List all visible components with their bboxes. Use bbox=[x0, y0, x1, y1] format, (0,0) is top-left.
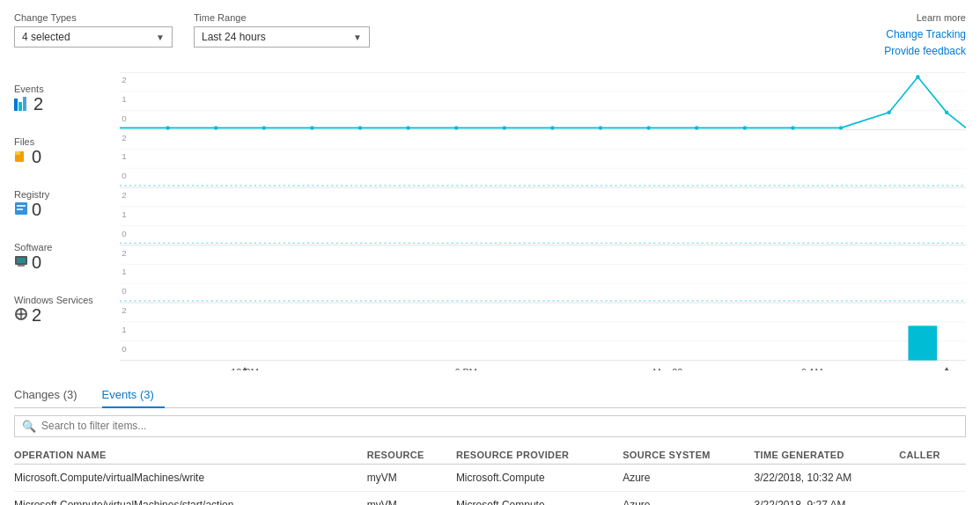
svg-point-24 bbox=[166, 127, 169, 130]
tab-events[interactable]: Events (3) bbox=[102, 383, 165, 408]
learn-more-group: Learn more Change Tracking Provide feedb… bbox=[884, 12, 966, 60]
svg-point-29 bbox=[406, 127, 409, 130]
svg-text:1: 1 bbox=[122, 267, 126, 277]
svg-point-35 bbox=[695, 127, 698, 130]
learn-more-label: Learn more bbox=[884, 12, 966, 23]
metric-registry: Registry 0 bbox=[14, 178, 120, 231]
change-types-arrow: ▼ bbox=[156, 33, 165, 42]
cell-time-1: 3/22/2018, 9:27 AM bbox=[754, 491, 899, 505]
svg-point-28 bbox=[358, 127, 362, 130]
svg-point-36 bbox=[743, 127, 747, 130]
svg-text:1: 1 bbox=[122, 209, 126, 219]
svg-point-12 bbox=[19, 312, 23, 316]
svg-point-33 bbox=[599, 127, 602, 130]
svg-rect-1 bbox=[18, 102, 22, 111]
metric-files: Files 0 bbox=[14, 125, 120, 178]
svg-text:Mar 22: Mar 22 bbox=[652, 367, 682, 370]
metric-value-registry: 0 bbox=[32, 200, 41, 220]
svg-rect-4 bbox=[15, 151, 20, 155]
change-types-value: 4 selected bbox=[22, 31, 70, 43]
search-input[interactable] bbox=[41, 420, 958, 432]
svg-point-40 bbox=[916, 76, 919, 79]
tab-changes[interactable]: Changes (3) bbox=[14, 383, 88, 408]
svg-text:1: 1 bbox=[122, 152, 126, 162]
svg-point-38 bbox=[839, 127, 843, 130]
metric-icon-events bbox=[14, 95, 30, 113]
svg-rect-9 bbox=[18, 265, 25, 267]
metric-value-software: 0 bbox=[32, 252, 41, 273]
metric-label-registry: Registry bbox=[14, 189, 120, 200]
time-range-value: Last 24 hours bbox=[202, 31, 266, 43]
metric-windows_services: Windows Services 2 bbox=[14, 283, 120, 336]
cell-source-1: Azure bbox=[623, 491, 754, 505]
svg-point-30 bbox=[454, 127, 458, 130]
change-tracking-link[interactable]: Change Tracking bbox=[884, 26, 966, 43]
table-row[interactable]: Microsoft.Compute/virtualMachines/start/… bbox=[14, 491, 966, 505]
metric-value-files: 0 bbox=[32, 147, 41, 167]
svg-point-34 bbox=[646, 127, 650, 130]
time-range-arrow: ▼ bbox=[353, 33, 362, 42]
charts-svg: 2 1 0 bbox=[120, 72, 966, 370]
cell-provider-0: Microsoft.Compute bbox=[456, 464, 623, 491]
metric-icon-software bbox=[14, 254, 28, 271]
metric-icon-files bbox=[14, 149, 28, 165]
metric-events: Events 2 bbox=[14, 72, 120, 125]
svg-text:0: 0 bbox=[122, 287, 127, 296]
metric-value-events: 2 bbox=[33, 94, 43, 114]
col-header-provider: RESOURCE PROVIDER bbox=[456, 446, 623, 465]
metric-icon-windows_services bbox=[14, 307, 28, 324]
col-header-operation: OPERATION NAME bbox=[14, 446, 367, 465]
svg-text:0: 0 bbox=[122, 172, 127, 181]
svg-text:1: 1 bbox=[122, 94, 126, 104]
metric-label-events: Events bbox=[14, 84, 120, 94]
svg-text:6 AM: 6 AM bbox=[801, 367, 823, 370]
svg-text:0: 0 bbox=[122, 229, 127, 238]
svg-point-27 bbox=[310, 127, 313, 130]
col-header-time: TIME GENERATED bbox=[754, 446, 899, 465]
svg-point-32 bbox=[550, 127, 554, 130]
cell-resource-0: myVM bbox=[367, 464, 456, 491]
metric-label-software: Software bbox=[14, 242, 120, 252]
col-header-resource: RESOURCE bbox=[367, 446, 456, 465]
svg-text:6 PM: 6 PM bbox=[454, 367, 476, 370]
table-row[interactable]: Microsoft.Compute/virtualMachines/writem… bbox=[14, 464, 966, 491]
svg-rect-10 bbox=[17, 258, 26, 263]
time-range-dropdown[interactable]: Last 24 hours ▼ bbox=[194, 26, 370, 48]
cell-caller-1 bbox=[899, 491, 966, 505]
svg-text:2: 2 bbox=[122, 305, 126, 315]
cell-operation-1: Microsoft.Compute/virtualMachines/start/… bbox=[14, 491, 367, 505]
cell-resource-1: myVM bbox=[367, 491, 456, 505]
svg-text:0: 0 bbox=[122, 113, 127, 123]
tabs-row: Changes (3)Events (3) bbox=[14, 382, 966, 408]
change-types-dropdown[interactable]: 4 selected ▼ bbox=[14, 26, 173, 48]
change-types-label: Change Types bbox=[14, 12, 173, 23]
col-header-source: SOURCE SYSTEM bbox=[623, 446, 754, 465]
metric-label-windows_services: Windows Services bbox=[14, 295, 120, 305]
metric-value-windows_services: 2 bbox=[32, 305, 41, 326]
svg-point-41 bbox=[945, 111, 948, 114]
metric-label-files: Files bbox=[14, 136, 120, 147]
svg-rect-6 bbox=[17, 205, 26, 207]
svg-text:2: 2 bbox=[122, 248, 126, 258]
svg-marker-75 bbox=[939, 368, 954, 370]
feedback-link[interactable]: Provide feedback bbox=[884, 43, 966, 60]
search-bar: 🔍 bbox=[14, 415, 966, 437]
cell-operation-0: Microsoft.Compute/virtualMachines/write bbox=[14, 464, 367, 491]
svg-rect-0 bbox=[14, 99, 18, 111]
cell-source-0: Azure bbox=[623, 464, 754, 491]
change-types-group: Change Types 4 selected ▼ bbox=[14, 12, 173, 48]
main-container: Change Types 4 selected ▼ Time Range Las… bbox=[0, 0, 980, 505]
cell-caller-0 bbox=[899, 464, 966, 491]
svg-rect-2 bbox=[23, 97, 26, 111]
svg-text:2: 2 bbox=[122, 75, 126, 84]
svg-point-26 bbox=[262, 127, 266, 130]
svg-point-25 bbox=[214, 127, 217, 130]
svg-rect-69 bbox=[908, 326, 937, 361]
svg-point-39 bbox=[887, 111, 890, 114]
svg-point-31 bbox=[503, 127, 506, 130]
col-header-caller: CALLER bbox=[899, 446, 966, 465]
data-table: OPERATION NAMERESOURCERESOURCE PROVIDERS… bbox=[14, 446, 966, 505]
svg-text:0: 0 bbox=[122, 344, 127, 354]
metrics-list: Events 2 Files 0 Registry 0 Software bbox=[14, 72, 120, 373]
svg-point-37 bbox=[791, 127, 794, 130]
